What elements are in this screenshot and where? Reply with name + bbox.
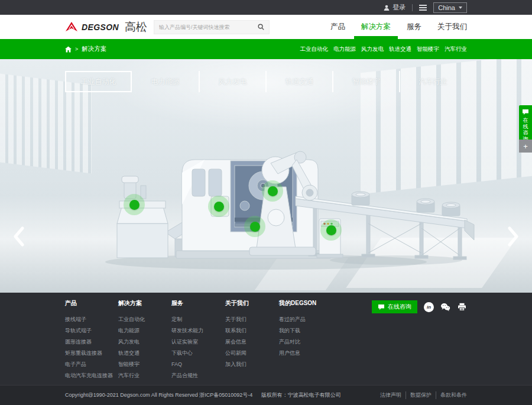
footer-link[interactable]: 轨道交通 bbox=[118, 350, 171, 356]
hotspot[interactable] bbox=[320, 219, 342, 241]
copyright-text: Copyright@1990-2021 Degson.com All Right… bbox=[65, 392, 252, 398]
breadcrumb: > 解决方案 bbox=[65, 45, 106, 53]
consult-button-label: 在线咨询 bbox=[388, 303, 411, 311]
printer-icon bbox=[458, 303, 466, 311]
footer-column-services: 服务 定制 研发技术能力 认证实验室 下载中心 FAQ 产品合规性 bbox=[171, 300, 225, 384]
footer-column-title: 解决方案 bbox=[118, 300, 171, 307]
hotspot-dot-icon bbox=[268, 186, 278, 196]
logo-mark-icon bbox=[65, 21, 78, 33]
tab-smart-building[interactable]: 智能楼宇 bbox=[332, 71, 399, 92]
footer-column-title: 我的DEGSON bbox=[279, 300, 379, 307]
footer-column-title: 服务 bbox=[171, 300, 225, 307]
brand-name: DEGSON bbox=[82, 22, 119, 32]
tab-rail-transit[interactable]: 轨道交通 bbox=[265, 71, 332, 92]
subnav-item-industrial-automation[interactable]: 工业自动化 bbox=[300, 46, 329, 53]
chevron-right-icon bbox=[507, 226, 519, 247]
machine-illustration bbox=[89, 135, 476, 275]
carousel-prev-button[interactable] bbox=[13, 226, 25, 247]
hotspot-dot-icon bbox=[214, 202, 224, 212]
subnav-item-wind-power[interactable]: 风力发电 bbox=[361, 46, 384, 53]
plus-icon: + bbox=[523, 142, 528, 151]
carousel-next-button[interactable] bbox=[507, 226, 519, 247]
footer-link[interactable]: 智能楼宇 bbox=[118, 361, 171, 367]
subnav-item-power-energy[interactable]: 电力能源 bbox=[333, 46, 356, 53]
ownership-text: 版权所有：宁波高松电子有限公司 bbox=[261, 392, 341, 398]
linkedin-button[interactable]: in bbox=[424, 302, 434, 312]
logo[interactable]: DEGSON 高松 bbox=[65, 20, 147, 35]
footer-link[interactable]: 加入我们 bbox=[225, 361, 279, 367]
footer-column-title: 产品 bbox=[65, 300, 118, 307]
footer-link[interactable]: 圆形连接器 bbox=[65, 339, 118, 345]
subnav-item-smart-building[interactable]: 智能楼宇 bbox=[417, 46, 439, 53]
footer-link[interactable]: 导轨式端子 bbox=[65, 328, 118, 333]
hotspot[interactable] bbox=[208, 196, 229, 217]
hotspot-dot-icon bbox=[129, 200, 140, 210]
menu-button[interactable] bbox=[419, 5, 427, 11]
nav-item-about[interactable]: 关于我们 bbox=[437, 15, 467, 39]
wechat-button[interactable] bbox=[440, 302, 450, 312]
login-label: 登录 bbox=[392, 3, 406, 12]
linkedin-icon: in bbox=[427, 304, 431, 310]
footer-link[interactable]: 风力发电 bbox=[118, 339, 171, 345]
footer-link[interactable]: 电子产品 bbox=[65, 361, 118, 367]
footer: 产品 接线端子 导轨式端子 圆形连接器 矩形重载连接器 电子产品 电动汽车充电连… bbox=[0, 293, 532, 385]
footer-link[interactable]: 矩形重载连接器 bbox=[65, 350, 118, 356]
footer-actions: 在线咨询 in bbox=[372, 300, 467, 313]
footer-link[interactable]: 用户信息 bbox=[279, 350, 379, 356]
bottom-bar: Copyright@1990-2021 Degson.com All Right… bbox=[0, 385, 532, 405]
search-button[interactable] bbox=[258, 24, 264, 30]
breadcrumb-separator: > bbox=[75, 46, 78, 52]
footer-link[interactable]: FAQ bbox=[171, 361, 225, 367]
legal-link-data-protection[interactable]: 数据保护 bbox=[406, 391, 432, 399]
footer-link[interactable]: 电动汽车充电连接器 bbox=[65, 372, 118, 378]
footer-link[interactable]: 我的下载 bbox=[279, 328, 379, 333]
footer-link[interactable]: 看过的产品 bbox=[279, 316, 379, 322]
tab-wind-power[interactable]: 风力发电 bbox=[199, 71, 265, 92]
footer-link[interactable]: 工业自动化 bbox=[118, 316, 171, 322]
language-select[interactable]: China bbox=[433, 2, 467, 13]
floating-consult-button[interactable]: 在线咨询 bbox=[519, 105, 532, 145]
subnav-item-automotive[interactable]: 汽车行业 bbox=[445, 46, 467, 53]
tab-automotive[interactable]: 汽车行业 bbox=[399, 71, 466, 92]
consult-button[interactable]: 在线咨询 bbox=[372, 300, 417, 313]
footer-link[interactable]: 接线端子 bbox=[65, 316, 118, 322]
footer-column-title: 关于我们 bbox=[225, 300, 279, 307]
footer-link[interactable]: 公司新闻 bbox=[225, 350, 279, 356]
hero-background bbox=[106, 59, 426, 130]
nav-item-products[interactable]: 产品 bbox=[330, 15, 345, 39]
hotspot[interactable] bbox=[124, 194, 145, 215]
footer-link[interactable]: 电力能源 bbox=[118, 328, 171, 333]
footer-link[interactable]: 产品对比 bbox=[279, 339, 379, 345]
floating-expand-button[interactable]: + bbox=[519, 140, 532, 153]
chevron-down-icon bbox=[459, 7, 462, 9]
footer-link[interactable]: 汽车行业 bbox=[118, 372, 171, 378]
legal-link-notice[interactable]: 法律声明 bbox=[380, 391, 401, 399]
print-button[interactable] bbox=[457, 302, 467, 312]
breadcrumb-current: 解决方案 bbox=[82, 45, 106, 53]
footer-column-my-degson: 我的DEGSON 看过的产品 我的下载 产品对比 用户信息 bbox=[279, 300, 379, 384]
footer-link[interactable]: 联系我们 bbox=[225, 328, 279, 333]
footer-link[interactable]: 认证实验室 bbox=[171, 339, 225, 345]
hotspot[interactable] bbox=[262, 180, 283, 202]
footer-link[interactable]: 关于我们 bbox=[225, 316, 279, 322]
nav-item-services[interactable]: 服务 bbox=[407, 15, 421, 39]
footer-link[interactable]: 展会信息 bbox=[225, 339, 279, 345]
tab-industrial-automation[interactable]: 工业自动化 bbox=[65, 71, 132, 92]
login-button[interactable]: 登录 bbox=[384, 3, 406, 12]
footer-column-products: 产品 接线端子 导轨式端子 圆形连接器 矩形重载连接器 电子产品 电动汽车充电连… bbox=[65, 300, 118, 384]
search-input[interactable] bbox=[159, 24, 258, 30]
search-icon bbox=[258, 24, 264, 30]
footer-link[interactable]: 定制 bbox=[171, 316, 225, 322]
footer-link[interactable]: 研发技术能力 bbox=[171, 328, 225, 333]
subnav-item-rail-transit[interactable]: 轨道交通 bbox=[389, 46, 411, 53]
legal-link-terms[interactable]: 条款和条件 bbox=[436, 391, 467, 399]
home-icon[interactable] bbox=[65, 46, 72, 53]
footer-link[interactable]: 产品合规性 bbox=[171, 372, 225, 378]
wechat-icon bbox=[440, 303, 450, 312]
footer-link[interactable]: 下载中心 bbox=[171, 350, 225, 356]
hero-banner: 工业自动化 电力能源 风力发电 轨道交通 智能楼宇 汽车行业 bbox=[0, 59, 532, 293]
nav-item-solutions[interactable]: 解决方案 bbox=[361, 15, 391, 39]
hotspot[interactable] bbox=[244, 216, 265, 237]
footer-column-solutions: 解决方案 工业自动化 电力能源 风力发电 轨道交通 智能楼宇 汽车行业 bbox=[118, 300, 171, 384]
tab-power-energy[interactable]: 电力能源 bbox=[132, 71, 199, 92]
